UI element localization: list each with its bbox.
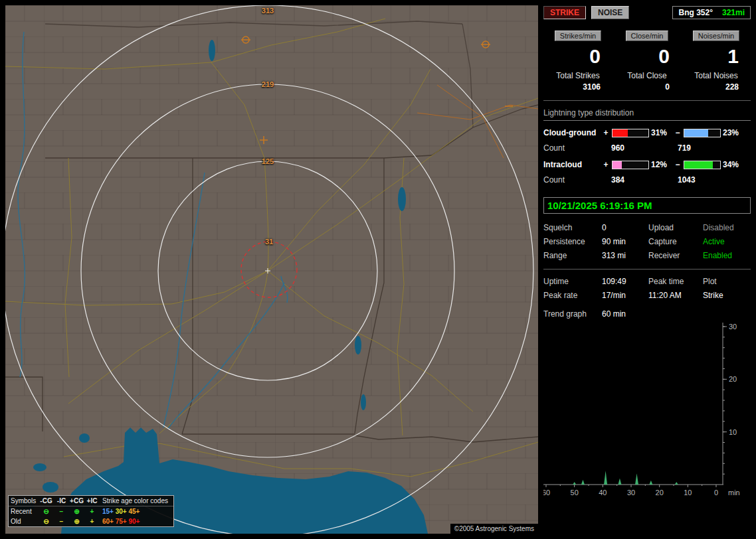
age-15: 15+ [102,508,114,515]
trend-graph-label: Trend graph [543,309,602,319]
noise-button[interactable]: NOISE [591,6,629,19]
plus-sign: + [602,160,610,169]
svg-text:40: 40 [599,489,607,497]
settings-grid: Squelch 0 Upload Disabled Persistence 90… [543,223,751,260]
neg-cg-old-icon: ⊖ [39,518,54,525]
mode-row: STRIKE NOISE Bng 352° 321mi [543,5,751,20]
svg-text:30: 30 [729,323,737,331]
pos-cg-recent-icon: ⊕ [69,508,84,515]
control-panel: STRIKE NOISE Bng 352° 321mi Strikes/min … [543,5,751,534]
squelch-value: 0 [602,223,648,232]
cg-positive-bar [612,129,649,137]
legend-col-neg-ic: -IC [54,497,69,504]
cloud-ground-label: Cloud-ground [543,128,602,137]
cg-negative-bar [684,129,721,137]
datetime-text: 10/21/2025 6:19:16 PM [547,200,652,211]
legend-old-label: Old [11,518,39,525]
map-canvas [5,5,538,534]
range-label: Range [543,251,602,260]
plot-label: Plot [703,277,751,286]
cg-positive-pct: 31% [651,128,674,137]
intracloud-row: Intracloud + 12% − 34% [543,160,751,169]
distribution-title: Lightning type distribution [543,108,751,121]
minus-sign: − [674,160,682,169]
divider [543,269,751,270]
noises-per-min-value: 1 [682,45,751,68]
lightning-map[interactable]: 313 219 125 31 Symbols -CG -IC +CG +IC S… [5,5,538,534]
ic-negative-pct: 34% [723,160,745,169]
cloud-ground-row: Cloud-ground + 31% − 23% [543,128,751,137]
trend-header: Trend graph 60 min [543,309,751,319]
squelch-label: Squelch [543,223,602,232]
svg-text:30: 30 [627,489,635,497]
svg-text:20: 20 [656,489,664,497]
cloud-ground-counts: Count 960 719 [543,143,751,153]
peak-rate-value: 17/min [602,291,648,300]
ic-positive-bar [612,161,649,169]
pos-ic-old-icon: + [84,518,100,525]
legend-recent-label: Recent [11,508,39,515]
cg-positive-count: 960 [611,143,678,153]
legend-col-neg-cg: -CG [39,497,54,504]
total-strikes-value: 3106 [543,82,613,92]
uptime-label: Uptime [543,277,602,286]
trend-graph: 1020306050403020100min [543,320,751,498]
strikes-per-min-value: 0 [543,45,613,68]
rates-row: Strikes/min 0 Total Strikes 3106 Close/m… [543,31,751,92]
peak-time-value: 11:20 AM [648,291,703,300]
noises-rate-column: Noises/min 1 Total Noises 228 [682,31,751,92]
intracloud-counts: Count 384 1043 [543,175,751,185]
legend-symbols-title: Symbols [11,497,39,504]
ic-negative-count: 1043 [678,175,751,185]
persistence-value: 90 min [602,237,648,246]
count-label: Count [543,175,611,185]
cg-negative-pct: 23% [723,128,745,137]
pos-ic-recent-icon: + [84,508,100,515]
noises-per-min-chip[interactable]: Noises/min [693,31,739,41]
close-rate-column: Close/min 0 Total Close 0 [613,31,682,92]
stats-grid: Uptime 109:49 Peak time Plot Peak rate 1… [543,277,751,300]
age-30: 30+ [116,508,127,515]
minus-sign: − [674,128,682,137]
svg-text:60: 60 [543,489,550,497]
age-75: 75+ [116,518,127,525]
age-60: 60+ [102,518,114,525]
neg-cg-recent-icon: ⊖ [39,508,54,515]
persistence-label: Persistence [543,237,602,246]
plus-sign: + [602,128,610,137]
uptime-value: 109:49 [602,277,648,286]
total-close-value: 0 [613,82,682,92]
bearing-display: Bng 352° 321mi [672,6,751,19]
neg-ic-recent-icon: − [54,508,69,515]
trend-window-value: 60 min [602,309,751,319]
strikes-rate-column: Strikes/min 0 Total Strikes 3106 [543,31,613,92]
pos-cg-old-icon: ⊕ [69,518,84,525]
capture-status: Active [703,237,751,246]
svg-text:20: 20 [729,375,737,383]
svg-text:min: min [728,489,740,497]
strike-button[interactable]: STRIKE [543,6,586,19]
upload-status: Disabled [703,223,751,232]
age-45: 45+ [129,508,140,515]
copyright-notice: ©2005 Astrogenic Systems [450,524,538,534]
neg-ic-old-icon: − [54,518,69,525]
svg-text:0: 0 [714,489,718,497]
legend-col-pos-ic: +IC [84,497,100,504]
bearing-label: Bng 352° [678,8,712,17]
peak-time-label: Peak time [648,277,703,286]
svg-text:10: 10 [729,428,737,436]
capture-label: Capture [648,237,703,246]
strike-legend: Symbols -CG -IC +CG +IC Strike age color… [8,495,174,527]
close-per-min-value: 0 [613,45,682,68]
receiver-label: Receiver [648,251,703,260]
intracloud-label: Intracloud [543,160,602,169]
divider [543,100,751,101]
ic-positive-count: 384 [611,175,678,185]
legend-col-pos-cg: +CG [69,497,84,504]
datetime-display: 10/21/2025 6:19:16 PM [543,197,751,214]
close-per-min-chip[interactable]: Close/min [626,31,669,41]
strikes-per-min-chip[interactable]: Strikes/min [555,31,601,41]
svg-text:50: 50 [571,489,579,497]
range-value: 313 mi [602,251,648,260]
total-strikes-label: Total Strikes [543,71,613,80]
